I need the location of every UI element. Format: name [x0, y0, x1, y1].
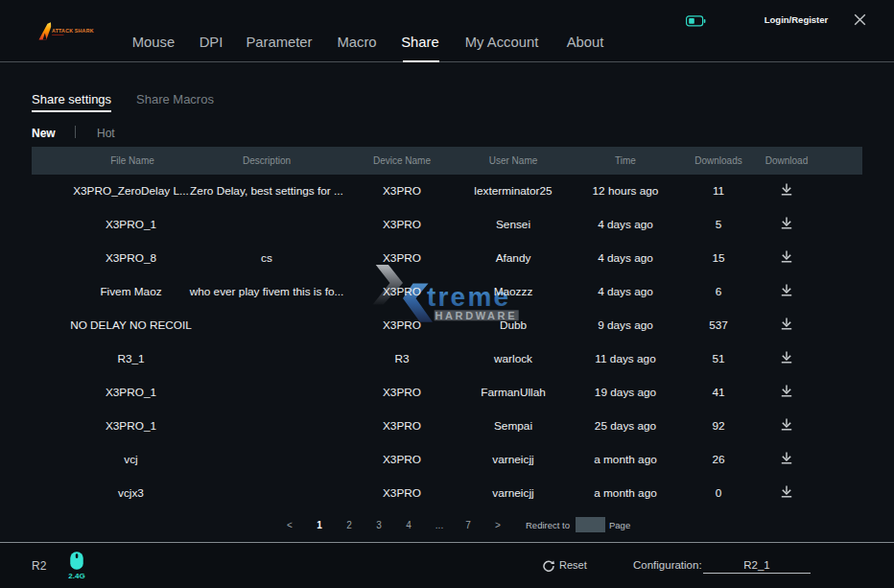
- svg-text:ATTACK SHARK: ATTACK SHARK: [52, 28, 94, 34]
